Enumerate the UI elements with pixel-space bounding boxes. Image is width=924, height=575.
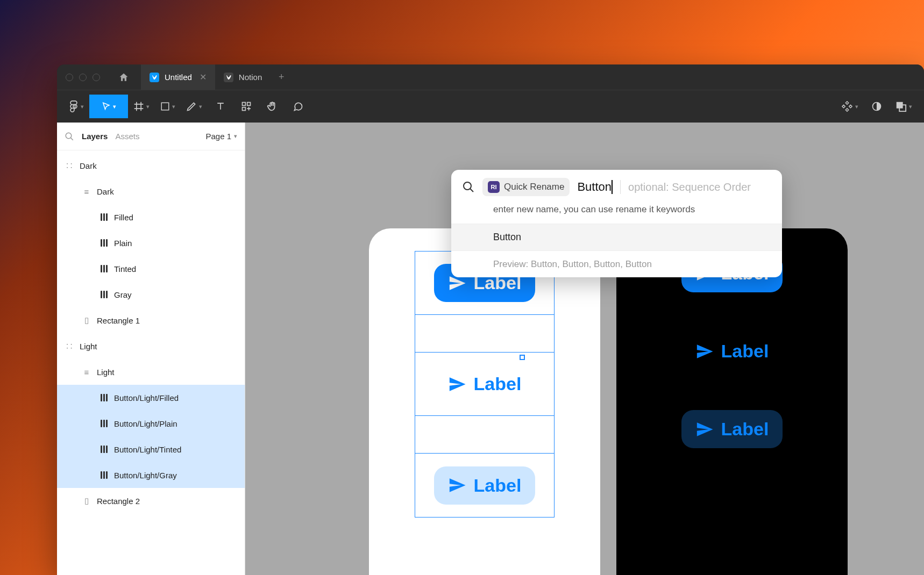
resources-tool[interactable] <box>233 95 259 118</box>
cursor-icon <box>101 102 111 111</box>
new-tab-button[interactable]: + <box>271 71 292 83</box>
figma-file-icon <box>224 73 233 82</box>
plugin-chip[interactable]: RI Quick Rename <box>482 178 570 196</box>
button-plain[interactable]: Label <box>434 365 536 403</box>
mask-icon <box>871 101 882 112</box>
home-icon <box>118 72 129 83</box>
chevron-down-icon: ▾ <box>199 103 202 110</box>
minimize-window[interactable] <box>79 74 87 81</box>
main-area: Layers Assets Page 1 ▾ ⸬ Dark ≡ Dark <box>57 123 924 575</box>
toolbar: ▾ ▾ ▾ ▾ ▾ <box>57 90 924 123</box>
tab-untitled[interactable]: Untitled ✕ <box>141 64 215 90</box>
mask-button[interactable] <box>864 95 890 118</box>
svg-rect-3 <box>247 103 251 106</box>
page-selector[interactable]: Page 1 ▾ <box>205 132 237 141</box>
window-controls <box>66 74 100 81</box>
layer-tinted[interactable]: Tinted <box>57 256 245 282</box>
rectangle-icon: ▯ <box>82 315 91 325</box>
shape-tool[interactable]: ▾ <box>155 95 181 118</box>
frame-dark[interactable]: Label Label Label <box>616 228 848 575</box>
palette-result-item[interactable]: Button <box>451 224 782 250</box>
figma-menu[interactable]: ▾ <box>63 95 89 118</box>
layer-dark-section[interactable]: ⸬ Dark <box>57 153 245 178</box>
canvas[interactable]: Label Label Label <box>245 123 924 575</box>
home-button[interactable] <box>113 69 134 86</box>
variant-icon <box>99 445 109 453</box>
plugin-chip-label: Quick Rename <box>504 182 564 192</box>
chevron-down-icon: ▾ <box>172 103 175 110</box>
selection-handle[interactable] <box>520 355 525 360</box>
variant-icon <box>99 213 109 221</box>
button-tinted[interactable]: Label <box>434 466 536 505</box>
maximize-window[interactable] <box>93 74 100 81</box>
layer-rectangle-2[interactable]: ▯ Rectangle 2 <box>57 488 245 514</box>
move-tool[interactable]: ▾ <box>89 95 128 118</box>
button-label: Label <box>474 475 522 496</box>
layer-gray[interactable]: Gray <box>57 282 245 307</box>
layer-plain[interactable]: Plain <box>57 230 245 256</box>
button-label: Label <box>721 419 769 440</box>
layer-label: Dark <box>80 161 97 170</box>
svg-point-9 <box>464 182 471 190</box>
tabs: Untitled ✕ Notion + <box>141 64 292 90</box>
layer-button-light-plain[interactable]: Button/Light/Plain <box>57 411 245 436</box>
titlebar: Untitled ✕ Notion + <box>57 64 924 90</box>
hand-tool[interactable] <box>259 95 285 118</box>
layers-tab[interactable]: Layers <box>82 132 108 141</box>
layer-label: Dark <box>97 187 114 196</box>
layer-button-light-gray[interactable]: Button/Light/Gray <box>57 462 245 488</box>
close-window[interactable] <box>66 74 73 81</box>
tab-label: Notion <box>239 73 262 82</box>
components-button[interactable]: ▾ <box>836 95 864 118</box>
frame-tool[interactable]: ▾ <box>128 95 155 118</box>
tab-notion[interactable]: Notion <box>215 64 271 90</box>
search-icon[interactable] <box>65 132 74 141</box>
variant-icon <box>99 239 109 247</box>
comment-icon <box>293 101 303 112</box>
variant-icon <box>99 394 109 401</box>
sequence-order-input[interactable]: optional: Sequence Order <box>628 181 751 193</box>
comment-tool[interactable] <box>285 95 311 118</box>
palette-hint: enter new name, you can use rename it ke… <box>451 204 782 224</box>
app-window: Untitled ✕ Notion + ▾ <box>57 64 924 575</box>
layer-label: Light <box>97 368 115 377</box>
frame-light[interactable]: Label Label Label <box>369 228 600 575</box>
variant-icon <box>99 291 109 298</box>
layer-button-light-filled[interactable]: Button/Light/Filled <box>57 385 245 411</box>
rectangle-icon <box>160 102 170 111</box>
variant-icon <box>99 420 109 427</box>
button-label: Label <box>721 341 769 362</box>
paper-plane-icon <box>695 420 714 439</box>
quick-rename-palette: RI Quick Rename Button optional: Sequenc… <box>451 170 782 277</box>
assets-tab[interactable]: Assets <box>115 132 139 141</box>
layer-light-group[interactable]: ≡ Light <box>57 359 245 385</box>
button-plain-dark[interactable]: Label <box>681 332 783 370</box>
autolayout-icon: ≡ <box>82 187 91 196</box>
section-icon: ⸬ <box>65 161 74 170</box>
layer-button-light-tinted[interactable]: Button/Light/Tinted <box>57 436 245 462</box>
rename-input[interactable]: Button <box>577 180 612 194</box>
layer-filled[interactable]: Filled <box>57 204 245 230</box>
chevron-down-icon: ▾ <box>81 103 84 110</box>
text-icon <box>215 101 226 112</box>
figma-file-icon <box>150 73 159 82</box>
layer-label: Button/Light/Tinted <box>114 445 181 454</box>
boolean-button[interactable]: ▾ <box>890 95 918 118</box>
layer-rectangle-1[interactable]: ▯ Rectangle 1 <box>57 307 245 333</box>
chevron-down-icon: ▾ <box>909 103 912 110</box>
button-tinted-dark[interactable]: Label <box>681 410 783 448</box>
chevron-down-icon: ▾ <box>146 103 150 110</box>
selection-group[interactable]: Label Label Label <box>415 251 555 518</box>
layer-label: Gray <box>114 290 132 299</box>
close-tab-icon[interactable]: ✕ <box>200 72 207 82</box>
plugin-badge-icon: RI <box>488 181 500 193</box>
resources-icon <box>241 101 252 112</box>
paper-plane-icon <box>448 375 466 393</box>
pen-icon <box>186 101 197 112</box>
layer-dark-group[interactable]: ≡ Dark <box>57 178 245 204</box>
frame-icon <box>133 101 144 112</box>
text-tool[interactable] <box>208 95 233 118</box>
layer-light-section[interactable]: ⸬ Light <box>57 333 245 359</box>
layer-label: Rectangle 2 <box>97 497 140 506</box>
pen-tool[interactable]: ▾ <box>181 95 208 118</box>
